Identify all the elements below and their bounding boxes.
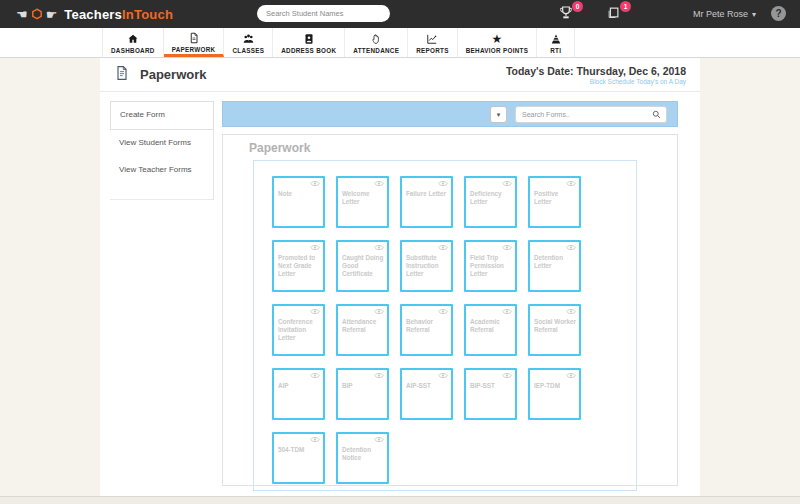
eye-preview-icon[interactable] — [438, 308, 448, 315]
eye-preview-icon[interactable] — [566, 244, 576, 251]
form-card[interactable]: Caught Doing Good Certificate — [336, 240, 389, 292]
form-card[interactable]: Behavior Referral — [400, 304, 453, 356]
eye-preview-icon[interactable] — [502, 372, 512, 379]
form-card-label: Social Worker Referral — [534, 318, 577, 334]
form-card[interactable]: Promoted to Next Grade Letter — [272, 240, 325, 292]
todays-date: Today's Date: Thursday, Dec 6, 2018 — [506, 65, 686, 77]
page-title-icon — [114, 65, 130, 85]
people-icon — [242, 33, 255, 45]
block-schedule-link[interactable]: Block Schedule Today's on A Day — [506, 78, 686, 85]
tab-paperwork[interactable]: PAPERWORK — [164, 28, 225, 57]
sidebar-item-view-student-forms[interactable]: View Student Forms — [110, 130, 213, 157]
forms-grid-box: Note Welcome Letter Failure Letter Defic… — [253, 160, 637, 491]
eye-preview-icon[interactable] — [310, 180, 320, 187]
trophy-button[interactable]: 0 — [558, 5, 576, 23]
form-card[interactable]: Positive Letter — [528, 176, 581, 228]
eye-preview-icon[interactable] — [374, 436, 384, 443]
forms-badge: 1 — [620, 1, 631, 12]
brand-name: TeachersInTouch — [64, 7, 173, 22]
help-button[interactable]: ? — [771, 6, 786, 21]
eye-preview-icon[interactable] — [566, 180, 576, 187]
sidebar-item-view-teacher-forms[interactable]: View Teacher Forms — [110, 157, 213, 184]
app-logo[interactable]: ☚ ☛ TeachersInTouch — [16, 7, 173, 22]
filter-dropdown-button[interactable]: ▾ — [490, 106, 507, 123]
pyramid-icon — [550, 33, 562, 45]
tab-behavior-points[interactable]: ★ BEHAVIOR POINTS — [458, 28, 537, 57]
eye-preview-icon[interactable] — [438, 372, 448, 379]
eye-preview-icon[interactable] — [502, 180, 512, 187]
form-card[interactable]: Academic Referral — [464, 304, 517, 356]
form-card[interactable]: BIP — [336, 368, 389, 420]
document-icon — [188, 32, 200, 44]
eye-preview-icon[interactable] — [310, 436, 320, 443]
eye-preview-icon[interactable] — [502, 308, 512, 315]
eye-preview-icon[interactable] — [374, 180, 384, 187]
form-card[interactable]: IEP-TDM — [528, 368, 581, 420]
paper-icon — [606, 5, 621, 20]
form-card[interactable]: Attendance Referral — [336, 304, 389, 356]
form-card[interactable]: Deficiency Letter — [464, 176, 517, 228]
chart-icon — [426, 33, 438, 45]
form-card[interactable]: Note — [272, 176, 325, 228]
tab-rti[interactable]: RTI — [537, 28, 575, 57]
form-card-label: AIP-SST — [406, 382, 449, 390]
forms-panel: Paperwork Note Welcome Letter Failure Le… — [222, 134, 678, 486]
forms-grid: Note Welcome Letter Failure Letter Defic… — [272, 176, 636, 484]
tab-dashboard[interactable]: DASHBOARD — [102, 28, 164, 57]
eye-preview-icon[interactable] — [438, 180, 448, 187]
form-card[interactable]: BIP-SST — [464, 368, 517, 420]
tab-attendance[interactable]: ATTENDANCE — [345, 28, 408, 57]
eye-preview-icon[interactable] — [566, 372, 576, 379]
home-icon — [127, 33, 139, 45]
forms-search-box — [515, 106, 667, 123]
hand-right-icon: ☛ — [46, 8, 58, 21]
star-icon: ★ — [492, 33, 503, 45]
form-card-label: BIP-SST — [470, 382, 513, 390]
tab-reports[interactable]: REPORTS — [408, 28, 458, 57]
forms-notification-button[interactable]: 1 — [606, 5, 624, 23]
tab-address-book[interactable]: ADDRESS BOOK — [273, 28, 345, 57]
form-card-label: Attendance Referral — [342, 318, 385, 334]
main-content: Paperwork Today's Date: Thursday, Dec 6,… — [100, 58, 700, 496]
eye-preview-icon[interactable] — [310, 244, 320, 251]
forms-area: ▾ Paperwork Note We — [222, 101, 678, 486]
form-card[interactable]: Social Worker Referral — [528, 304, 581, 356]
form-card-label: Deficiency Letter — [470, 190, 513, 206]
form-card-label: Detention Letter — [534, 254, 577, 270]
page-title: Paperwork — [140, 67, 206, 82]
eye-preview-icon[interactable] — [374, 372, 384, 379]
chevron-down-icon: ▾ — [752, 10, 756, 19]
eye-preview-icon[interactable] — [566, 308, 576, 315]
form-card[interactable]: Welcome Letter — [336, 176, 389, 228]
form-card[interactable]: Field Trip Permission Letter — [464, 240, 517, 292]
form-card[interactable]: AIP — [272, 368, 325, 420]
form-card-label: Welcome Letter — [342, 190, 385, 206]
eye-preview-icon[interactable] — [438, 244, 448, 251]
eye-preview-icon[interactable] — [502, 244, 512, 251]
search-icon[interactable] — [652, 110, 661, 119]
form-card-label: 504-TDM — [278, 446, 321, 454]
form-card-label: Field Trip Permission Letter — [470, 254, 513, 279]
user-menu[interactable]: Mr Pete Rose ▾ — [693, 0, 756, 28]
form-card[interactable]: Failure Letter — [400, 176, 453, 228]
form-card[interactable]: Detention Letter — [528, 240, 581, 292]
form-card-label: Failure Letter — [406, 190, 449, 198]
eye-preview-icon[interactable] — [374, 244, 384, 251]
footer-divider — [0, 496, 800, 504]
hand-left-icon: ☚ — [16, 8, 28, 21]
form-card-label: IEP-TDM — [534, 382, 577, 390]
student-search-input[interactable] — [257, 5, 390, 22]
form-card[interactable]: Conference Invitation Letter — [272, 304, 325, 356]
form-card[interactable]: Detention Notice — [336, 432, 389, 484]
form-card[interactable]: AIP-SST — [400, 368, 453, 420]
forms-search-input[interactable] — [516, 111, 652, 118]
eye-preview-icon[interactable] — [310, 372, 320, 379]
sidebar-item-create-form[interactable]: Create Form — [110, 101, 214, 130]
forms-toolbar: ▾ — [222, 101, 678, 127]
form-card[interactable]: Substitute Instruction Letter — [400, 240, 453, 292]
form-card[interactable]: 504-TDM — [272, 432, 325, 484]
eye-preview-icon[interactable] — [310, 308, 320, 315]
eye-preview-icon[interactable] — [374, 308, 384, 315]
tab-classes[interactable]: CLASSES — [224, 28, 273, 57]
sidebar: Create Form View Student Forms View Teac… — [110, 101, 214, 486]
